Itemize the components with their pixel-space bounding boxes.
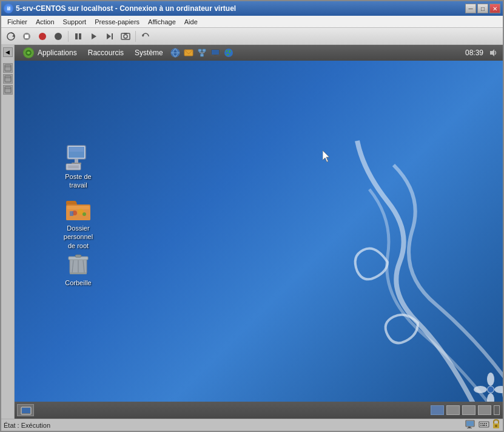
panel-icon-earth[interactable] bbox=[223, 47, 235, 59]
toolbar-btn-stop[interactable] bbox=[19, 30, 34, 43]
status-text: État : Exécution bbox=[4, 422, 50, 429]
toolbar-btn-record-dark[interactable] bbox=[51, 30, 66, 43]
window-title: 5-srv-CENTOS sur localhost - Connexion à… bbox=[16, 4, 236, 13]
svg-rect-10 bbox=[112, 33, 113, 39]
home-folder-icon bbox=[64, 194, 93, 223]
gnome-top-panel: Applications Raccourcis Système bbox=[15, 45, 503, 61]
svg-rect-78 bbox=[67, 165, 79, 169]
bottom-panel-left bbox=[15, 404, 36, 416]
toolbar-btn-screenshot[interactable] bbox=[118, 30, 133, 43]
svg-rect-27 bbox=[198, 49, 201, 52]
svg-rect-102 bbox=[480, 423, 482, 424]
minimize-button[interactable]: ─ bbox=[465, 4, 476, 13]
gnome-panel-left: Applications Raccourcis Système bbox=[18, 46, 235, 59]
desktop-icon-trash[interactable]: Corbeille bbox=[54, 246, 102, 289]
svg-marker-9 bbox=[107, 33, 111, 39]
svg-point-38 bbox=[224, 49, 233, 57]
workspace-expand[interactable] bbox=[494, 405, 500, 415]
sidebar-icon-3[interactable] bbox=[3, 74, 13, 84]
status-icon-lock bbox=[492, 419, 500, 431]
svg-point-110 bbox=[495, 425, 497, 427]
show-desktop-btn[interactable] bbox=[17, 404, 34, 416]
svg-marker-8 bbox=[92, 33, 96, 39]
panel-icon-email[interactable] bbox=[183, 47, 195, 59]
toolbar-btn-next[interactable] bbox=[102, 30, 117, 43]
gnome-logo bbox=[23, 47, 34, 58]
svg-rect-29 bbox=[200, 54, 203, 56]
svg-marker-39 bbox=[490, 49, 494, 56]
svg-point-61 bbox=[488, 386, 494, 393]
toolbar-btn-undo[interactable] bbox=[138, 30, 153, 43]
panel-icon-volume[interactable] bbox=[487, 47, 499, 59]
svg-point-57 bbox=[487, 373, 494, 386]
toolbar-btn-record-red[interactable] bbox=[35, 30, 50, 43]
svg-rect-106 bbox=[480, 425, 482, 426]
svg-rect-104 bbox=[484, 423, 485, 424]
gnome-menu-raccourcis[interactable]: Raccourcis bbox=[83, 47, 129, 58]
workstation-icon bbox=[64, 142, 93, 171]
svg-rect-17 bbox=[5, 76, 11, 82]
sidebar-icon-4[interactable] bbox=[3, 85, 13, 95]
bottom-panel-right bbox=[428, 405, 503, 415]
trash-label: Corbeille bbox=[65, 278, 91, 287]
svg-rect-94 bbox=[70, 272, 87, 274]
svg-rect-98 bbox=[466, 421, 474, 426]
toolbar-separator-1 bbox=[68, 31, 69, 42]
menu-action[interactable]: Action bbox=[32, 17, 58, 27]
status-icon-keyboard bbox=[479, 420, 489, 430]
workspace-3[interactable] bbox=[462, 405, 475, 415]
main-area: ◀ bbox=[1, 45, 503, 419]
workspace-1[interactable] bbox=[431, 405, 444, 415]
menu-affichage[interactable]: Affichage bbox=[144, 17, 180, 27]
svg-point-12 bbox=[124, 35, 127, 38]
svg-rect-36 bbox=[214, 55, 217, 56]
gnome-menu-systeme[interactable]: Système bbox=[130, 47, 168, 58]
menu-fichier[interactable]: Fichier bbox=[4, 17, 31, 27]
panel-icon-monitor[interactable] bbox=[209, 47, 221, 59]
toolbar-separator-2 bbox=[135, 31, 136, 42]
status-icon-screen bbox=[465, 420, 476, 430]
svg-point-60 bbox=[494, 386, 503, 393]
status-bar: État : Exécution bbox=[1, 419, 503, 431]
workspace-4[interactable] bbox=[478, 405, 491, 415]
gnome-menu-applications[interactable]: Applications bbox=[18, 46, 82, 59]
maximize-button[interactable]: □ bbox=[477, 4, 488, 13]
svg-rect-75 bbox=[75, 159, 78, 163]
desktop-icon-home[interactable]: Dossier personnelde root bbox=[54, 191, 102, 252]
sidebar-icon-2[interactable] bbox=[3, 63, 13, 73]
trash-icon bbox=[64, 248, 93, 277]
window-controls: ─ □ ✕ bbox=[465, 4, 500, 13]
svg-rect-100 bbox=[467, 428, 472, 428]
clock-display: 08:39 bbox=[465, 49, 483, 57]
desktop-icon-workstation[interactable]: Poste de travail bbox=[54, 140, 102, 192]
svg-rect-6 bbox=[75, 33, 78, 39]
floral-decoration bbox=[206, 110, 503, 402]
menu-presse-papiers[interactable]: Presse-papiers bbox=[91, 17, 143, 27]
svg-point-86 bbox=[82, 212, 86, 216]
workspace-2[interactable] bbox=[446, 405, 460, 415]
menu-aide[interactable]: Aide bbox=[181, 17, 201, 27]
window-icon: 🖥 bbox=[4, 4, 13, 13]
status-bar-right bbox=[465, 419, 500, 431]
svg-rect-7 bbox=[79, 33, 81, 39]
svg-rect-96 bbox=[22, 408, 30, 413]
toolbar-btn-refresh[interactable] bbox=[4, 30, 18, 43]
svg-rect-35 bbox=[212, 50, 219, 55]
toolbar-btn-pause[interactable] bbox=[71, 30, 86, 43]
desktop-area: Applications Raccourcis Système bbox=[15, 45, 503, 419]
svg-rect-83 bbox=[67, 206, 89, 209]
sidebar-icon-1[interactable]: ◀ bbox=[3, 47, 13, 57]
svg-rect-90 bbox=[75, 255, 81, 257]
toolbar-btn-play[interactable] bbox=[87, 30, 101, 43]
gnome-panel-right: 08:39 bbox=[465, 47, 499, 59]
close-button[interactable]: ✕ bbox=[489, 4, 500, 13]
panel-icon-browser[interactable] bbox=[169, 47, 181, 59]
title-bar: 🖥 5-srv-CENTOS sur localhost - Connexion… bbox=[1, 1, 503, 16]
svg-point-4 bbox=[39, 33, 46, 40]
workstation-label: Poste de travail bbox=[56, 172, 100, 190]
gnome-bottom-panel bbox=[15, 402, 503, 419]
menu-support[interactable]: Support bbox=[59, 17, 90, 27]
title-bar-left: 🖥 5-srv-CENTOS sur localhost - Connexion… bbox=[4, 4, 236, 13]
panel-icon-network[interactable] bbox=[196, 47, 208, 59]
desktop-wallpaper[interactable]: Poste de travail bbox=[15, 61, 503, 402]
